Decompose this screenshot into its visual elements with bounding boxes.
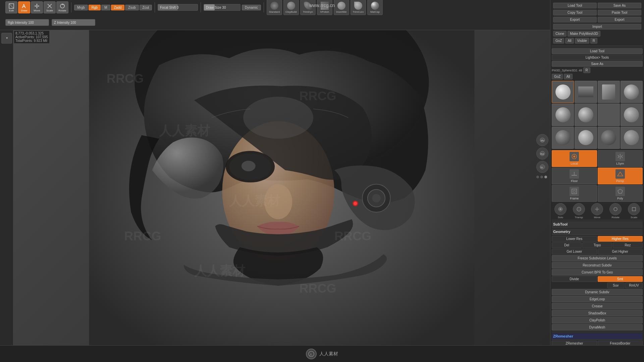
rgb-intensity-slider[interactable]: Rgb Intensity 100 [5, 19, 49, 26]
divide-btn[interactable]: Divide [552, 276, 597, 282]
get-higher-btn[interactable]: Get Higher [598, 249, 643, 254]
draw-size-slider[interactable]: Draw Size 30 [204, 4, 240, 11]
svg-point-45 [559, 208, 561, 210]
floor-view-btn[interactable]: Floor [552, 168, 597, 184]
subtool-thumb-8[interactable] [552, 127, 574, 149]
visible-btn[interactable]: Visible [575, 38, 589, 44]
viewport-nav-move[interactable]: Mv [536, 134, 548, 146]
export-btn2-top[interactable]: Export [598, 17, 641, 22]
nav-buttons: Mv Rot Sc [536, 134, 548, 178]
rez-btn[interactable]: Rez [613, 242, 643, 248]
rmuv-btn[interactable]: RmUV [625, 283, 643, 288]
copy-tool-btn[interactable]: Copy Tool [553, 10, 597, 15]
draw-label: Draw [21, 9, 28, 12]
viewport-nav-scale[interactable]: Sc [536, 161, 548, 173]
freeze-subdiv-btn[interactable]: Freeze Subdivision Levels [552, 255, 643, 261]
frame-view-btn[interactable]: Frame [552, 185, 597, 202]
all-btn2[interactable]: All [564, 74, 572, 79]
draw-button[interactable]: Draw [18, 1, 30, 13]
load-tool-btn2[interactable]: Load Tool [552, 48, 643, 54]
paste-tool-btn[interactable]: Paste Tool [598, 10, 641, 15]
solo-btn[interactable] [554, 203, 567, 215]
save-as-btn-top[interactable]: Save As [598, 3, 641, 8]
svg-text:人: 人 [310, 353, 312, 356]
mrgb-button[interactable]: Mrgb [74, 5, 88, 10]
lightbox-btn[interactable]: Lightbox> Tools [552, 55, 643, 60]
scale-button[interactable]: Scale [44, 1, 56, 13]
left-btn-1[interactable]: ◄ [1, 33, 12, 44]
trimcurv-brush[interactable]: TrimCurv [351, 0, 366, 15]
clone-btn[interactable]: Clone [553, 31, 567, 37]
matcap-brush[interactable]: MatCap [367, 0, 383, 15]
subtool-thumb-1[interactable] [575, 81, 597, 103]
dynamic-subdiv-btn[interactable]: Dynamic Subdiv [552, 289, 643, 295]
claypolish-btn[interactable]: ClayPolish [552, 317, 643, 323]
zsub-button[interactable]: Zsub [125, 5, 139, 10]
rotate-container: Rotate [607, 203, 624, 219]
suv-btn[interactable]: Suv [607, 283, 625, 288]
local-view-btn[interactable]: Local [552, 150, 597, 167]
subtool-thumb-5[interactable] [575, 104, 597, 126]
rgb-button[interactable]: Rgb [89, 5, 101, 10]
crease-btn[interactable]: Crease [552, 303, 643, 309]
focal-shift-slider[interactable]: Focal Shift 0 [158, 4, 198, 11]
save-as-btn2[interactable]: Save As [552, 61, 643, 67]
lower-res-btn[interactable]: Lower Res [552, 236, 597, 242]
export-btn-top[interactable]: Export [553, 17, 597, 22]
rotate-button[interactable]: Rotate [56, 1, 68, 13]
make-polymesh-btn[interactable]: Make PolyMesh3D [568, 31, 600, 37]
subtool-thumb-9[interactable] [575, 127, 597, 149]
persp-icon [615, 169, 625, 179]
subtool-thumb-2[interactable] [598, 81, 620, 103]
save-as-row2: Save As [552, 61, 643, 67]
m-button[interactable]: M [101, 5, 110, 10]
viewport[interactable]: RRCG 人人素材 RRCG 人人素材 RRCG RRCG 人人素材 RRCG [13, 30, 550, 345]
r-btn2[interactable]: R [583, 67, 590, 73]
reconstruct-subdiv-btn[interactable]: Reconstruct Subdiv [552, 262, 643, 268]
topo-btn[interactable]: Topo [582, 242, 612, 248]
goz-btn[interactable]: GoZ [553, 38, 564, 44]
rotate-nav-btn[interactable] [609, 203, 622, 215]
subtool-thumb-4[interactable] [552, 104, 574, 126]
r-btn[interactable]: R [590, 38, 597, 44]
move-button[interactable]: Move [31, 1, 43, 13]
smt-btn[interactable]: Smt [598, 276, 643, 282]
export-import-row: Export Export [553, 17, 641, 22]
zcut-button[interactable]: Zcut [140, 5, 152, 10]
insertme-brush[interactable]: InsertMe [334, 0, 349, 15]
zadd-button[interactable]: Zadd [111, 5, 125, 10]
edgeloop-btn[interactable]: EdgeLoop [552, 296, 643, 302]
edit-button[interactable]: Edit [5, 1, 17, 13]
move-nav-btn[interactable] [591, 203, 603, 215]
standard-brush[interactable]: Standard [267, 0, 282, 15]
hpolish-brush[interactable]: hPolish [317, 0, 332, 15]
scale-nav-btn[interactable] [628, 203, 640, 215]
del-btn[interactable]: Del [552, 242, 582, 248]
load-tool-btn[interactable]: Load Tool [553, 3, 597, 8]
subtool-thumb-10[interactable] [598, 127, 620, 149]
all-btn[interactable]: All [565, 38, 574, 44]
claybuild-brush[interactable]: ClayBuild [283, 0, 299, 15]
trimdyn-brush[interactable]: TrimDyn [300, 0, 316, 15]
goz-btn2[interactable]: GoZ [552, 74, 563, 79]
persp-view-btn[interactable]: Persp [598, 168, 643, 184]
viewport-nav-rotate[interactable]: Rot [536, 147, 548, 160]
import-btn[interactable]: Import [553, 24, 641, 29]
get-lower-btn[interactable]: Get Lower [552, 249, 597, 254]
subtool-thumb-3[interactable] [621, 81, 643, 103]
dynamesh-btn[interactable]: DynaMesh [552, 324, 643, 330]
subtool-thumb-11[interactable] [621, 127, 643, 149]
convert-bpr-btn[interactable]: Convert BPR To Geo [552, 269, 643, 276]
transp-btn[interactable] [573, 203, 585, 215]
subtool-thumb-6[interactable] [598, 104, 620, 126]
shadowbox-btn[interactable]: ShadowBox [552, 310, 643, 316]
z-intensity-slider[interactable]: Z Intensity 100 [52, 19, 95, 26]
higher-res-btn[interactable]: Higher Res [598, 236, 643, 242]
subtool-thumb-0[interactable] [552, 81, 574, 103]
view-controls: Local LSym Floor Persp Frame [552, 150, 643, 202]
get-lower-higher-row: Get Lower Get Higher [552, 249, 643, 254]
lsym-view-btn[interactable]: LSym [598, 150, 643, 167]
subtool-thumb-7[interactable] [621, 104, 643, 126]
dynamic-button[interactable]: Dynamic [242, 5, 261, 10]
poly-view-btn[interactable]: Poly [598, 185, 643, 202]
